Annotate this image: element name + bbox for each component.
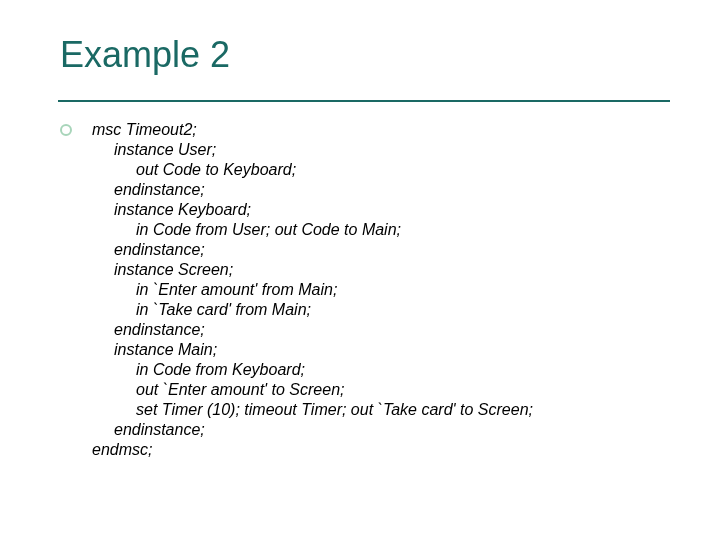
code-line: in Code from User; out Code to Main; [92, 220, 670, 240]
code-line: endinstance; [92, 320, 670, 340]
slide: Example 2 msc Timeout2; instance User; o… [0, 0, 720, 540]
code-line: instance User; [92, 140, 670, 160]
code-line: set Timer (10); timeout Timer; out `Take… [92, 400, 670, 420]
title-underline [58, 100, 670, 102]
code-line: instance Keyboard; [92, 200, 670, 220]
code-line: in Code from Keyboard; [92, 360, 670, 380]
code-line: endinstance; [92, 240, 670, 260]
code-line: out `Enter amount' to Screen; [92, 380, 670, 400]
code-line: endinstance; [92, 420, 670, 440]
slide-title: Example 2 [60, 34, 230, 76]
code-line: endinstance; [92, 180, 670, 200]
code-line: instance Main; [92, 340, 670, 360]
bullet-icon [60, 124, 72, 136]
code-line: instance Screen; [92, 260, 670, 280]
code-line: in `Take card' from Main; [92, 300, 670, 320]
code-line: endmsc; [92, 440, 670, 460]
code-body: msc Timeout2; instance User; out Code to… [92, 120, 670, 460]
code-line: in `Enter amount' from Main; [92, 280, 670, 300]
code-line: out Code to Keyboard; [92, 160, 670, 180]
code-line: msc Timeout2; [92, 120, 670, 140]
